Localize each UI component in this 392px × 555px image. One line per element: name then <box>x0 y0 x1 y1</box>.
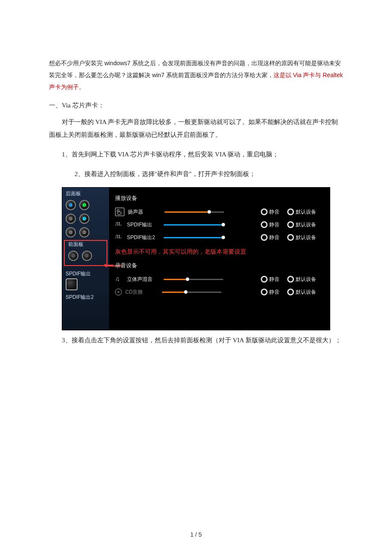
recording-title-text: 录音设备 <box>115 262 137 269</box>
device-row: 扬声器 静音 默认设备 <box>115 205 322 218</box>
right-panel: 播放设备 扬声器 静音 默认设备 ЛL SPDIF输出 静音 默认设备 <box>109 188 330 330</box>
default-label: 默认设备 <box>296 221 316 228</box>
page-number: 1 / 5 <box>0 531 392 538</box>
mute-label: 静音 <box>269 208 280 216</box>
mute-label: 静音 <box>269 276 280 283</box>
default-radio[interactable] <box>287 234 294 241</box>
section1-step3: 3、接着点击左下角的设置按钮，然后去掉前面板检测（对于 VIA 新版驱动此设置意… <box>49 334 343 347</box>
default-label: 默认设备 <box>296 276 316 283</box>
front-panel-label: 前面板 <box>65 241 107 249</box>
section1-step2: 2、接着进入控制面板，选择"硬件和声音"，打开声卡控制面板； <box>49 168 343 180</box>
via-control-panel-screenshot: – ✕ 后面板 前面板 <box>62 187 330 330</box>
jack-grey3-icon[interactable] <box>79 227 89 237</box>
section-1-title: 一、Via 芯片声卡： <box>49 101 343 110</box>
annotation-text: 灰色显示不可用，其实可以用的，老版本需要设置 <box>115 248 322 256</box>
spdif-out2-label: SPDIF输出2 <box>62 290 109 302</box>
volume-slider[interactable] <box>162 290 222 294</box>
default-label: 默认设备 <box>296 208 316 216</box>
device-name: SPDIF输出2 <box>127 234 160 241</box>
playback-devices-title: 播放设备 <box>115 194 322 202</box>
mute-radio[interactable] <box>261 234 268 241</box>
volume-slider[interactable] <box>164 210 224 214</box>
annotation-arrow2-icon <box>104 265 113 266</box>
mute-label: 静音 <box>269 221 280 228</box>
mute-label: 静音 <box>269 289 280 296</box>
default-label: 默认设备 <box>296 289 316 296</box>
jack-cyan-icon[interactable] <box>79 214 89 224</box>
recording-devices-title: 录音设备 <box>115 262 322 269</box>
spdif-out-label: SPDIF输出 <box>62 267 109 278</box>
volume-slider[interactable] <box>164 278 223 281</box>
mute-label: 静音 <box>269 234 280 241</box>
device-name: CD音频 <box>125 289 159 296</box>
default-radio[interactable] <box>287 276 294 283</box>
device-name: SPDIF输出 <box>127 221 160 228</box>
jack-grey-icon[interactable] <box>66 214 76 224</box>
jack-green-icon[interactable] <box>79 200 89 210</box>
mute-radio[interactable] <box>261 221 268 228</box>
jack-blue-icon[interactable] <box>66 200 76 210</box>
device-row: ЛL SPDIF输出2 静音 默认设备 <box>115 231 322 244</box>
mute-radio[interactable] <box>261 289 268 295</box>
device-row: ♫ 立体声混音 静音 默认设备 <box>115 273 322 286</box>
mute-radio[interactable] <box>261 208 268 215</box>
default-label: 默认设备 <box>296 234 316 241</box>
device-name: 立体声混音 <box>127 276 160 283</box>
device-row: CD音频 静音 默认设备 <box>115 286 322 298</box>
front-jack1-icon[interactable] <box>68 251 78 261</box>
device-name: 扬声器 <box>128 208 161 216</box>
default-radio[interactable] <box>287 208 294 215</box>
volume-slider[interactable] <box>164 223 223 226</box>
front-jack2-icon[interactable] <box>82 251 92 261</box>
section1-step1: 1、首先到网上下载 VIA 芯片声卡驱动程序，然后安装 VIA 驱动，重启电脑； <box>49 148 343 161</box>
mute-radio[interactable] <box>261 276 268 283</box>
cd-icon <box>115 289 122 295</box>
left-panel: 后面板 前面板 <box>62 188 109 330</box>
device-row: ЛL SPDIF输出 静音 默认设备 <box>115 218 322 231</box>
volume-slider[interactable] <box>164 236 223 239</box>
intro-paragraph: 想必不少用户安装完 windows7 系统之后，会发现前面面板没有声音的问题，出… <box>49 57 343 93</box>
default-radio[interactable] <box>287 289 294 295</box>
spdif-box-icon[interactable] <box>66 278 78 290</box>
spdif-icon: ЛL <box>115 234 124 241</box>
speaker-icon <box>115 208 124 216</box>
back-panel-label: 后面板 <box>62 190 109 198</box>
music-note-icon: ♫ <box>115 275 124 283</box>
front-panel-highlight-box: 前面板 <box>64 240 107 266</box>
spdif-icon: ЛL <box>115 221 124 228</box>
section1-para1: 对于一般的 VIA 声卡无声音故障比较多，一般更新驱动就可以了。如果不能解决的话… <box>49 116 343 141</box>
jack-grey2-icon[interactable] <box>66 227 76 237</box>
default-radio[interactable] <box>287 221 294 228</box>
